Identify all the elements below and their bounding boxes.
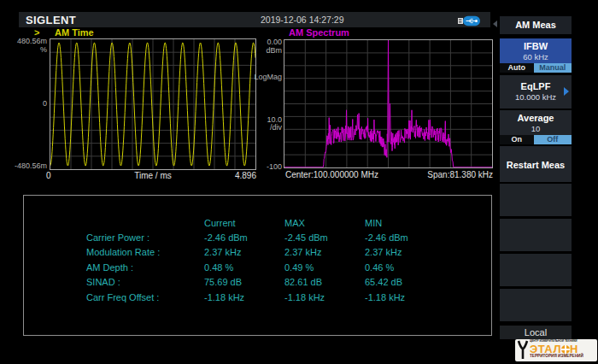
row-value: -1.18 kHz — [204, 291, 284, 305]
local-button[interactable]: Local — [500, 326, 572, 339]
row-value: 75.69 dB — [204, 275, 284, 290]
time-y-top-label: 480.56m — [0, 37, 47, 45]
row-label: SINAD : — [24, 275, 204, 290]
time-y-bottom-label: -480.56m — [0, 161, 47, 170]
am-spectrum-plot — [284, 39, 493, 168]
spectrum-chart-title: AM Spectrum — [289, 27, 349, 38]
row-value: 0.49 % — [284, 261, 365, 275]
sidebar-empty-button[interactable] — [500, 184, 572, 216]
row-value: 2.37 kHz — [365, 245, 445, 260]
row-value: 2.37 kHz — [284, 245, 365, 260]
restart-meas-button[interactable]: Restart Meas — [500, 146, 572, 182]
datetime-label: 2019-12-06 14:27:29 — [261, 15, 344, 25]
sidebar-empty-slots — [500, 184, 572, 324]
watermark-top-text: ЦЕНТР ИЗМЕРИТЕЛЬНОЙ ТЕХНИКИ — [530, 339, 577, 342]
watermark-bottom-text: ТЕРРИТОРИЯ ИЗМЕРЕНИЙ — [530, 354, 583, 358]
spectrum-span-label: Span:81.380 kHz — [393, 170, 493, 179]
time-y-mid-label: 0 — [0, 99, 47, 108]
am-time-trace — [50, 39, 255, 169]
eqlpf-value: 10.000 kHz — [500, 92, 572, 103]
eqlpf-button[interactable]: EqLPF 10.000 kHz — [500, 75, 572, 109]
column-header: Current — [204, 216, 284, 231]
row-label: Carrier Power : — [24, 231, 204, 245]
row-value: -2.46 dBm — [365, 231, 445, 245]
usb-device-icon — [458, 15, 480, 30]
ifbw-button[interactable]: IFBW 60 kHz Auto Manual — [500, 38, 572, 72]
menu-back-arrow-icon[interactable] — [493, 21, 497, 27]
submenu-arrow-icon — [564, 87, 569, 96]
table-row: SINAD :75.69 dB82.61 dB65.42 dB — [24, 275, 491, 290]
sidebar-empty-button[interactable] — [500, 254, 572, 286]
time-x-axis-label: Time / ms — [119, 171, 187, 180]
spectrum-per-div-unit-label: /div — [244, 123, 282, 132]
row-value: 0.46 % — [365, 261, 445, 275]
softkey-menu: AM Meas IFBW 60 kHz Auto Manual EqLPF 10… — [500, 16, 572, 338]
row-value: 0.48 % — [204, 261, 284, 275]
instrument-screen: SIGLENT 2019-12-06 14:27:29 > AM Time 48… — [0, 0, 598, 364]
table-row: Carr Freq Offset :-1.18 kHz-1.18 kHz-1.1… — [24, 291, 491, 305]
row-value: 82.61 dB — [284, 275, 365, 290]
column-header: MAX — [284, 216, 365, 231]
time-y-unit-label: % — [0, 45, 47, 54]
row-value: -2.46 dBm — [204, 231, 284, 245]
sidebar-empty-button[interactable] — [500, 289, 572, 321]
column-header: MIN — [365, 216, 445, 231]
time-x-end-label: 4.896 — [224, 171, 256, 180]
measurement-results-table: CurrentMAXMIN Carrier Power :-2.46 dBm-2… — [23, 195, 492, 336]
spectrum-scale-type-label: LogMag — [244, 73, 282, 81]
row-value: -1.18 kHz — [284, 291, 365, 305]
siglent-logo: SIGLENT — [26, 14, 76, 26]
table-row: AM Depth :0.48 %0.49 %0.46 % — [24, 261, 491, 275]
status-bar: SIGLENT 2019-12-06 14:27:29 — [19, 12, 490, 27]
results-table-rows: Carrier Power :-2.46 dBm-2.45 dBm-2.46 d… — [24, 231, 491, 305]
average-on-toggle[interactable]: On — [500, 135, 534, 144]
time-chart-title: AM Time — [55, 27, 94, 38]
ifbw-value: 60 kHz — [500, 52, 572, 62]
menu-title-am-meas: AM Meas — [500, 16, 572, 34]
row-value: 2.37 kHz — [204, 245, 284, 260]
spectrum-ref-level-label: 0.00 — [244, 38, 282, 46]
ifbw-manual-toggle[interactable]: Manual — [534, 63, 572, 73]
am-spectrum-trace — [284, 40, 492, 167]
ifbw-auto-toggle[interactable]: Auto — [500, 63, 534, 73]
row-label: Modulation Rate : — [24, 245, 204, 260]
row-value: -1.18 kHz — [365, 291, 445, 305]
average-off-toggle[interactable]: Off — [534, 135, 572, 144]
spectrum-ref-unit-label: dBm — [244, 46, 282, 55]
row-label: AM Depth : — [24, 261, 204, 275]
average-value: 10 — [500, 124, 572, 134]
row-value: -2.45 dBm — [284, 231, 365, 245]
results-table-header: CurrentMAXMIN — [24, 216, 491, 231]
am-time-plot — [50, 38, 256, 170]
row-label: Carr Freq Offset : — [24, 291, 204, 305]
spectrum-center-freq-label: Center:100.000000 MHz — [285, 170, 378, 179]
globe-icon — [561, 345, 570, 354]
sidebar-empty-button[interactable] — [500, 219, 572, 251]
tuning-fork-icon — [515, 339, 529, 361]
average-button[interactable]: Average 10 On Off — [500, 110, 572, 144]
etalon-watermark-logo: ЦЕНТР ИЗМЕРИТЕЛЬНОЙ ТЕХНИКИ ЭТАЛН ТЕРРИТ… — [515, 339, 597, 361]
table-row: Modulation Rate :2.37 kHz2.37 kHz2.37 kH… — [24, 245, 491, 260]
spectrum-bottom-level-label: -100 — [244, 162, 282, 171]
table-row: Carrier Power :-2.46 dBm-2.45 dBm-2.46 d… — [24, 231, 491, 245]
time-x-start-label: 0 — [46, 171, 51, 180]
row-value: 65.42 dB — [365, 275, 445, 290]
